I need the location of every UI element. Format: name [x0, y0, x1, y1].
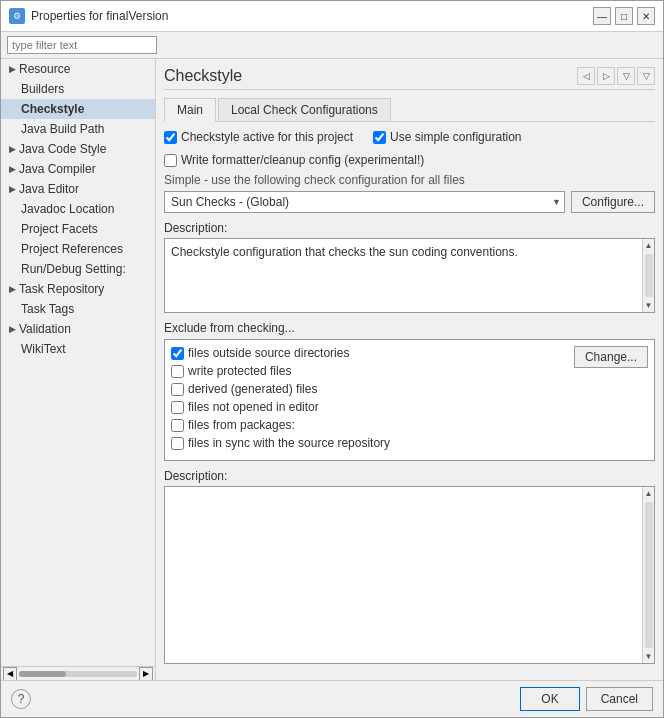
exclude-write-protected-checkbox[interactable]: [171, 365, 184, 378]
bottom-buttons: OK Cancel: [520, 687, 653, 711]
use-simple-label: Use simple configuration: [390, 130, 521, 144]
check-config-dropdown[interactable]: Sun Checks - (Global): [164, 191, 565, 213]
exclude-item-write-protected: write protected files: [171, 364, 568, 378]
sidebar-item-java-editor[interactable]: ▶ Java Editor: [1, 179, 155, 199]
scroll-track-desc: [645, 254, 653, 297]
sidebar: ▶ Resource Builders Checkstyle Java Buil…: [1, 59, 156, 680]
description-scrollbar: ▲ ▼: [642, 239, 654, 312]
cancel-button[interactable]: Cancel: [586, 687, 653, 711]
sidebar-item-javadoc-location[interactable]: Javadoc Location: [1, 199, 155, 219]
sidebar-item-validation[interactable]: ▶ Validation: [1, 319, 155, 339]
description2-scrollbar: ▲ ▼: [642, 487, 654, 663]
exclude-files-not-opened-checkbox[interactable]: [171, 401, 184, 414]
exclude-item-derived: derived (generated) files: [171, 382, 568, 396]
exclude-files-in-sync-label: files in sync with the source repository: [188, 436, 390, 450]
nav-forward-button[interactable]: ▷: [597, 67, 615, 85]
sidebar-item-resource[interactable]: ▶ Resource: [1, 59, 155, 79]
exclude-section: Exclude from checking... files outside s…: [164, 321, 655, 461]
maximize-button[interactable]: □: [615, 7, 633, 25]
sidebar-item-project-facets[interactable]: Project Facets: [1, 219, 155, 239]
write-formatter-checkbox[interactable]: [164, 154, 177, 167]
description-section: Description: Checkstyle configuration th…: [164, 221, 655, 313]
main-content: ▶ Resource Builders Checkstyle Java Buil…: [1, 59, 663, 680]
description-box: Checkstyle configuration that checks the…: [164, 238, 655, 313]
scroll-up-icon-2[interactable]: ▲: [645, 487, 653, 500]
checkstyle-options-row: Checkstyle active for this project Use s…: [164, 130, 655, 147]
configure-button[interactable]: Configure...: [571, 191, 655, 213]
filter-bar: [1, 32, 663, 59]
simple-description: Simple - use the following check configu…: [164, 173, 655, 187]
scroll-down-icon-2[interactable]: ▼: [645, 650, 653, 663]
sidebar-scroll-area: ▶ Resource Builders Checkstyle Java Buil…: [1, 59, 155, 666]
exclude-files-from-packages-checkbox[interactable]: [171, 419, 184, 432]
nav-menu-button[interactable]: ▽: [637, 67, 655, 85]
exclude-item-files-from-packages: files from packages:: [171, 418, 568, 432]
dropdown-row: Sun Checks - (Global) ▼ Configure...: [164, 191, 655, 213]
exclude-item-files-in-sync: files in sync with the source repository: [171, 436, 568, 450]
tab-main[interactable]: Main: [164, 98, 216, 122]
exclude-files-outside-checkbox[interactable]: [171, 347, 184, 360]
nav-back-button[interactable]: ◁: [577, 67, 595, 85]
arrow-icon-6: ▶: [9, 324, 16, 334]
properties-window: ⚙ Properties for finalVersion — □ ✕ ▶ Re…: [0, 0, 664, 718]
sidebar-hscroll: ◀ ▶: [1, 666, 155, 680]
sidebar-item-project-references[interactable]: Project References: [1, 239, 155, 259]
sidebar-item-java-code-style[interactable]: ▶ Java Code Style: [1, 139, 155, 159]
title-nav-buttons: ◁ ▷ ▽ ▽: [577, 67, 655, 85]
window-title: Properties for finalVersion: [31, 9, 168, 23]
sidebar-item-java-build-path[interactable]: Java Build Path: [1, 119, 155, 139]
arrow-icon-5: ▶: [9, 284, 16, 294]
sidebar-item-run-debug[interactable]: Run/Debug Setting:: [1, 259, 155, 279]
sidebar-item-task-tags[interactable]: Task Tags: [1, 299, 155, 319]
exclude-box: files outside source directories write p…: [164, 339, 655, 461]
exclude-write-protected-label: write protected files: [188, 364, 291, 378]
content-area: Checkstyle ◁ ▷ ▽ ▽ Main Local Check Conf…: [156, 59, 663, 680]
exclude-list: files outside source directories write p…: [171, 346, 568, 454]
tab-local-check-configurations[interactable]: Local Check Configurations: [218, 98, 391, 121]
checkstyle-active-row: Checkstyle active for this project: [164, 130, 353, 144]
exclude-header: Exclude from checking...: [164, 321, 655, 335]
exclude-files-from-packages-label: files from packages:: [188, 418, 295, 432]
title-bar-controls: — □ ✕: [593, 7, 655, 25]
sidebar-item-task-repository[interactable]: ▶ Task Repository: [1, 279, 155, 299]
sidebar-item-wikitext[interactable]: WikiText: [1, 339, 155, 359]
scroll-left-button[interactable]: ◀: [3, 667, 17, 681]
arrow-icon-3: ▶: [9, 164, 16, 174]
title-bar-left: ⚙ Properties for finalVersion: [9, 8, 168, 24]
exclude-files-outside-label: files outside source directories: [188, 346, 349, 360]
use-simple-row: Use simple configuration: [373, 130, 521, 144]
description-label: Description:: [164, 221, 655, 235]
filter-input[interactable]: [7, 36, 157, 54]
content-title-text: Checkstyle: [164, 67, 242, 85]
sidebar-item-java-compiler[interactable]: ▶ Java Compiler: [1, 159, 155, 179]
write-formatter-row: Write formatter/cleanup config (experime…: [164, 153, 655, 167]
close-button[interactable]: ✕: [637, 7, 655, 25]
exclude-files-not-opened-label: files not opened in editor: [188, 400, 319, 414]
bottom-bar: ? OK Cancel: [1, 680, 663, 717]
scroll-right-button[interactable]: ▶: [139, 667, 153, 681]
description2-section: Description: ▲ ▼: [164, 469, 655, 664]
exclude-files-in-sync-checkbox[interactable]: [171, 437, 184, 450]
arrow-icon-2: ▶: [9, 144, 16, 154]
description2-box: ▲ ▼: [164, 486, 655, 664]
sidebar-item-checkstyle[interactable]: Checkstyle: [1, 99, 155, 119]
scroll-track-desc2: [645, 502, 653, 648]
sidebar-item-builders[interactable]: Builders: [1, 79, 155, 99]
scroll-up-icon[interactable]: ▲: [645, 239, 653, 252]
write-formatter-label: Write formatter/cleanup config (experime…: [181, 153, 424, 167]
help-button[interactable]: ?: [11, 689, 31, 709]
exclude-derived-checkbox[interactable]: [171, 383, 184, 396]
ok-button[interactable]: OK: [520, 687, 579, 711]
description-text: Checkstyle configuration that checks the…: [165, 239, 654, 265]
nav-down-button[interactable]: ▽: [617, 67, 635, 85]
arrow-icon-4: ▶: [9, 184, 16, 194]
scroll-down-icon[interactable]: ▼: [645, 299, 653, 312]
dropdown-wrapper: Sun Checks - (Global) ▼: [164, 191, 565, 213]
checkstyle-active-label: Checkstyle active for this project: [181, 130, 353, 144]
minimize-button[interactable]: —: [593, 7, 611, 25]
exclude-item-files-not-opened: files not opened in editor: [171, 400, 568, 414]
use-simple-checkbox[interactable]: [373, 131, 386, 144]
change-button[interactable]: Change...: [574, 346, 648, 368]
checkstyle-active-checkbox[interactable]: [164, 131, 177, 144]
description2-label: Description:: [164, 469, 655, 483]
